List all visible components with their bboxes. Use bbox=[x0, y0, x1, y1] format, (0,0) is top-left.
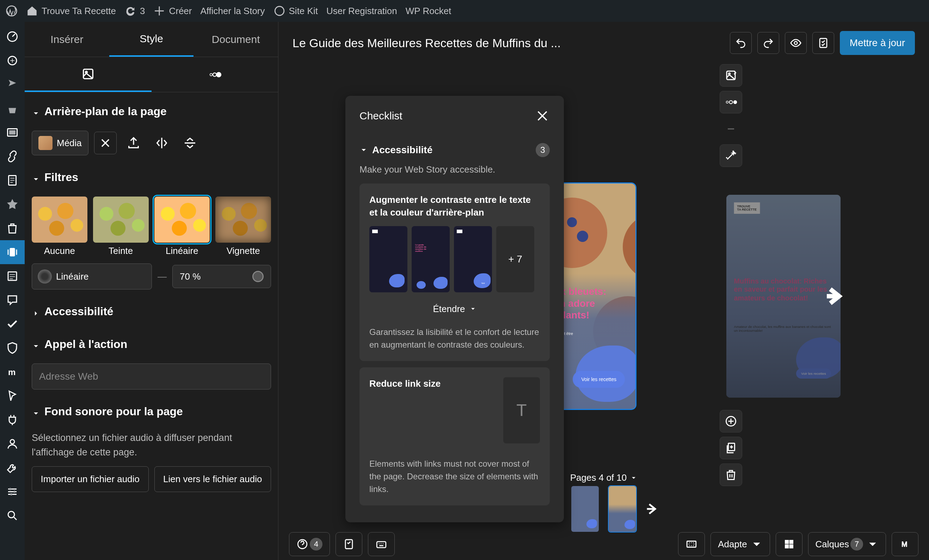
sidebar-dashboard[interactable] bbox=[0, 24, 25, 49]
svg-rect-37 bbox=[789, 545, 793, 548]
checklist-section-desc: Make your Web Story accessible. bbox=[359, 164, 550, 175]
sidebar-forms[interactable] bbox=[0, 264, 25, 288]
svg-point-18 bbox=[213, 73, 216, 77]
tab-insert[interactable]: Insérer bbox=[25, 22, 109, 57]
section-title: Filtres bbox=[44, 171, 78, 184]
grid-view-button[interactable] bbox=[776, 532, 802, 556]
filter-select-label: Linéaire bbox=[56, 271, 89, 282]
add-page-button[interactable] bbox=[720, 410, 742, 433]
undo-button[interactable] bbox=[730, 32, 752, 54]
refresh-link[interactable]: 3 bbox=[124, 5, 145, 17]
page-thumb[interactable] bbox=[571, 486, 599, 532]
checklist-page-thumb[interactable]: Le guidecomplet derecettes demuffins bbox=[412, 226, 450, 292]
sidebar-pages[interactable] bbox=[0, 168, 25, 192]
media-chip[interactable]: Média bbox=[32, 131, 89, 155]
media3p-button[interactable]: M bbox=[892, 532, 918, 556]
sidebar-plugins[interactable] bbox=[0, 408, 25, 432]
filter-gradient-select[interactable]: Linéaire bbox=[32, 263, 152, 289]
site-home-link[interactable]: Trouve Ta Recette bbox=[26, 5, 116, 17]
sidebar-recipes[interactable] bbox=[0, 96, 25, 121]
create-link[interactable]: Créer bbox=[153, 5, 192, 17]
checklist-more-thumbs[interactable]: + 7 bbox=[496, 226, 534, 292]
zoom-label: Adapte bbox=[718, 539, 747, 550]
sidebar-search[interactable] bbox=[0, 503, 25, 528]
link-audio-button[interactable]: Lien vers le fichier audio bbox=[154, 466, 271, 492]
section-header-audio[interactable]: Fond sonore pour la page bbox=[32, 401, 271, 422]
animation-button[interactable] bbox=[720, 91, 742, 113]
section-header-cta[interactable]: Appel à l'action bbox=[32, 334, 271, 355]
filter-vignette[interactable]: Vignette bbox=[215, 197, 271, 256]
checklist-section-header[interactable]: Accessibilité 3 bbox=[359, 136, 550, 164]
safe-zone-button[interactable] bbox=[678, 532, 705, 556]
tab-document[interactable]: Document bbox=[193, 22, 278, 57]
page-side-tools-bottom bbox=[720, 410, 742, 486]
sidebar-links[interactable] bbox=[0, 144, 25, 168]
replace-bg-button[interactable] bbox=[720, 64, 742, 87]
delete-page-button[interactable] bbox=[720, 464, 742, 486]
preview-button[interactable] bbox=[785, 32, 807, 54]
publish-button[interactable]: Mettre à jour bbox=[840, 31, 915, 55]
svg-rect-34 bbox=[785, 540, 788, 544]
flip-horizontal-button[interactable] bbox=[150, 132, 173, 154]
svg-text:m: m bbox=[8, 367, 15, 377]
sidebar-tools[interactable] bbox=[0, 456, 25, 480]
svg-point-1 bbox=[275, 6, 284, 15]
redo-button[interactable] bbox=[757, 32, 779, 54]
filter-linear[interactable]: Linéaire bbox=[154, 197, 210, 256]
flip-vertical-button[interactable] bbox=[179, 132, 201, 154]
filter-none[interactable]: Aucune bbox=[32, 197, 87, 256]
checklist-toggle-button[interactable] bbox=[336, 532, 362, 556]
import-audio-button[interactable]: Importer un fichier audio bbox=[32, 466, 149, 492]
sidebar-sitekit[interactable] bbox=[0, 49, 25, 73]
filter-tint[interactable]: Teinte bbox=[93, 197, 149, 256]
remove-media-button[interactable] bbox=[94, 132, 117, 154]
sidebar-trash[interactable] bbox=[0, 216, 25, 240]
upload-media-button[interactable] bbox=[122, 132, 145, 154]
pages-indicator[interactable]: Pages 4 of 10 bbox=[570, 472, 637, 483]
keyboard-shortcuts-button[interactable] bbox=[368, 532, 395, 556]
wp-rocket-link[interactable]: WP Rocket bbox=[406, 6, 451, 17]
svg-rect-31 bbox=[377, 542, 386, 548]
sidebar-users[interactable] bbox=[0, 432, 25, 456]
sidebar-appearance[interactable] bbox=[0, 384, 25, 408]
story-title-input[interactable] bbox=[293, 36, 724, 50]
checklist-button[interactable] bbox=[812, 32, 834, 54]
sidebar-settings[interactable] bbox=[0, 480, 25, 503]
next-page-arrow[interactable] bbox=[823, 286, 845, 307]
tab-style[interactable]: Style bbox=[109, 22, 194, 57]
user-reg-link[interactable]: User Registration bbox=[327, 6, 397, 17]
section-header-accessibility[interactable]: Accessibilité bbox=[32, 301, 271, 322]
checklist-close-button[interactable] bbox=[535, 109, 550, 123]
sidebar-media[interactable] bbox=[0, 121, 25, 144]
sidebar-check[interactable] bbox=[0, 312, 25, 336]
sidebar-m[interactable]: m bbox=[0, 360, 25, 384]
sidebar-favorites[interactable] bbox=[0, 192, 25, 216]
duplicate-page-button[interactable] bbox=[720, 437, 742, 459]
carousel-next-arrow[interactable] bbox=[645, 502, 659, 516]
svg-point-24 bbox=[727, 101, 728, 103]
section-header-background[interactable]: Arrière-plan de la page bbox=[32, 101, 271, 122]
sidebar-stories[interactable] bbox=[0, 240, 25, 264]
magic-button[interactable] bbox=[720, 144, 742, 167]
text-element-icon[interactable]: T bbox=[503, 377, 540, 444]
cta-url-input[interactable] bbox=[32, 363, 271, 390]
layers-button[interactable]: Calques 7 bbox=[808, 532, 886, 556]
sidebar-comments[interactable] bbox=[0, 288, 25, 312]
sub-tab-animation[interactable] bbox=[152, 57, 278, 92]
checklist-page-thumb[interactable]: Voir bbox=[454, 226, 492, 292]
filter-intensity-input[interactable]: 70 % bbox=[172, 265, 271, 288]
site-kit-link[interactable]: Site Kit bbox=[273, 5, 318, 17]
sub-tab-design[interactable] bbox=[25, 57, 152, 92]
section-header-filters[interactable]: Filtres bbox=[32, 167, 271, 188]
sidebar-posts[interactable] bbox=[0, 73, 25, 96]
checklist-expand-button[interactable]: Étendre bbox=[369, 299, 540, 319]
view-story-link[interactable]: Afficher la Story bbox=[200, 6, 265, 17]
help-button[interactable]: 4 bbox=[289, 532, 330, 556]
wp-logo[interactable] bbox=[6, 5, 18, 17]
zoom-fit-button[interactable]: Adapte bbox=[710, 532, 770, 556]
checklist-card-desc: Elements with links must not cover most … bbox=[369, 457, 540, 496]
checklist-page-thumb[interactable] bbox=[369, 226, 408, 292]
dash-separator: — bbox=[158, 271, 167, 282]
page-thumb-active[interactable] bbox=[609, 486, 636, 532]
sidebar-shield[interactable] bbox=[0, 336, 25, 360]
